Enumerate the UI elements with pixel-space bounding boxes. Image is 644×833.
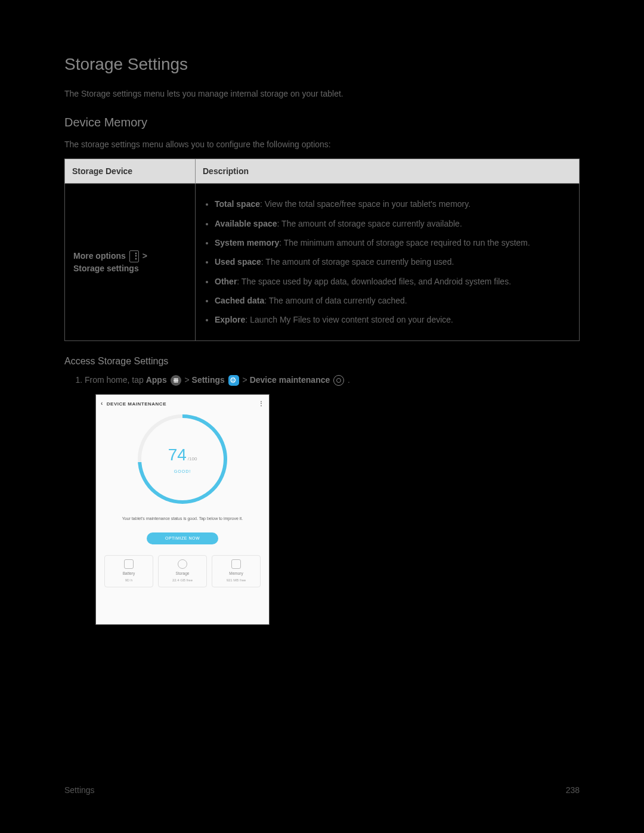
page-title: Storage Settings [64,52,580,77]
optimize-button[interactable]: OPTIMIZE NOW [147,532,218,544]
more-icon[interactable]: ⋮ [258,400,265,408]
period: . [348,375,350,385]
score-ring-wrap: 74/100 GOOD! [96,414,269,504]
item-text: : The amount of storage space currently … [261,257,454,267]
footer-left: Settings [64,784,95,796]
item-text: : Launch My Files to view content stored… [245,315,453,324]
description-item: System memory: The minimum amount of sto… [215,237,571,249]
description-item: Cached data: The amount of data currentl… [215,295,571,306]
gt1: > [184,375,191,385]
description-item: Available space: The amount of storage s… [215,218,571,230]
device-maintenance-label: Device maintenance [250,375,330,385]
card-sub: 22.4 GB free [172,578,193,583]
section-access: Access Storage Settings [64,354,580,368]
shot-title: DEVICE MAINTENANCE [107,401,166,408]
bottom-cards: Battery9D hStorage22.4 GB freeMemory921 … [96,555,269,587]
item-bold: Total space [215,199,260,209]
th-storage-device: Storage Device [65,159,196,184]
intro-text: The Storage settings menu lets you manag… [64,88,580,100]
score-ring-inner: 74/100 GOOD! [138,414,227,504]
gear-icon [228,375,239,386]
cell-description: Total space: View the total space/free s… [196,184,580,340]
item-bold: Available space [215,219,277,228]
card-label: Memory [229,571,243,576]
more-options-icon [129,250,139,262]
cell-more-options: More options > Storage settings [65,184,196,340]
item-text: : The minimum amount of storage space re… [279,238,530,247]
device-maintenance-screenshot: ‹ DEVICE MAINTENANCE ⋮ 74/100 GOOD! Your… [95,394,270,625]
card-sub: 921 MB free [227,578,246,583]
apps-icon [171,375,181,386]
score-value: 74/100 [168,443,197,467]
description-list: Total space: View the total space/free s… [204,198,571,326]
device-maintenance-icon [333,375,344,386]
page-footer: Settings 238 [64,784,580,796]
description-item: Used space: The amount of storage space … [215,256,571,268]
item-text: : View the total space/free space in you… [260,199,470,209]
item-bold: Other [215,277,237,286]
th-description: Description [196,159,580,184]
back-icon[interactable]: ‹ [101,400,103,408]
memory-icon [231,559,241,569]
card-memory[interactable]: Memory921 MB free [212,555,261,587]
page: Storage Settings The Storage settings me… [0,0,644,833]
item-bold: System memory [215,238,279,247]
storage-icon [178,559,187,569]
overview-intro: The storage settings menu allows you to … [64,138,580,150]
score-max: /100 [188,456,197,462]
step-prefix: From home, tap [85,375,146,385]
card-storage[interactable]: Storage22.4 GB free [158,555,207,587]
card-label: Storage [176,571,190,576]
score-good: GOOD! [174,469,191,475]
footer-right: 238 [566,784,580,796]
score-number: 74 [168,445,187,464]
card-label: Battery [123,571,135,576]
item-bold: Used space [215,257,261,267]
section-device-memory: Device Memory [64,114,580,131]
item-text: : The space used by app data, downloaded… [237,277,511,286]
description-item: Total space: View the total space/free s… [215,198,571,210]
step-1: From home, tap Apps > Settings > Device … [85,374,580,386]
gt2: > [243,375,250,385]
storage-table: Storage Device Description More options … [64,159,580,340]
description-item: Other: The space used by app data, downl… [215,275,571,287]
item-bold: Explore [215,315,245,324]
gt: > [143,251,147,261]
steps-list: From home, tap Apps > Settings > Device … [64,374,580,386]
apps-label: Apps [146,375,167,385]
status-text: Your tablet's maintenance status is good… [102,516,263,522]
shot-header: ‹ DEVICE MAINTENANCE ⋮ [96,395,269,411]
storage-settings-label: Storage settings [73,264,139,273]
settings-label: Settings [192,375,225,385]
card-battery[interactable]: Battery9D h [104,555,153,587]
table-row: More options > Storage settings Total sp… [65,184,580,340]
item-text: : The amount of data currently cached. [264,296,407,305]
description-item: Explore: Launch My Files to view content… [215,314,571,326]
item-bold: Cached data [215,296,264,305]
battery-icon [124,559,134,569]
more-options-label: More options [73,251,126,261]
item-text: : The amount of storage space currently … [277,219,462,228]
card-sub: 9D h [125,578,133,583]
score-ring: 74/100 GOOD! [138,414,227,504]
